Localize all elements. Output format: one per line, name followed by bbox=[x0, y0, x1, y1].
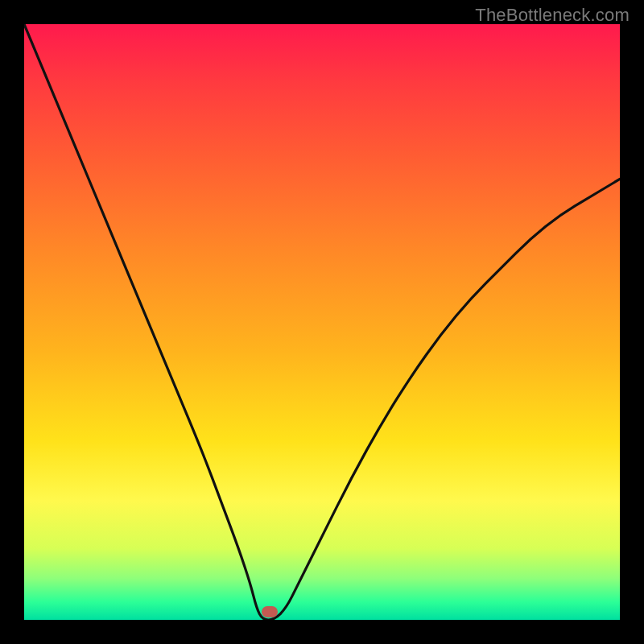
watermark-text: TheBottleneck.com bbox=[475, 5, 630, 26]
curve-svg bbox=[24, 24, 620, 620]
bottleneck-curve bbox=[24, 24, 620, 620]
plot-area bbox=[24, 24, 620, 620]
chart-frame: TheBottleneck.com bbox=[0, 0, 644, 644]
optimal-marker bbox=[262, 606, 278, 617]
